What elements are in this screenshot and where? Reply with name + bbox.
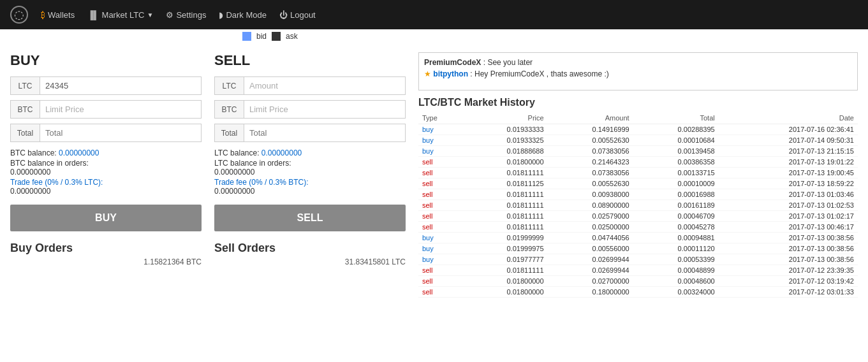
cell-date: 2017-07-13 01:02:17	[719, 211, 858, 222]
buy-ltc-group: LTC	[10, 76, 202, 95]
chat-user-2: bitpython	[433, 69, 468, 78]
nav-settings[interactable]: ⚙ Settings	[166, 10, 206, 20]
chat-line-2: ★ bitpython : Hey PremiumCodeX , thats a…	[424, 69, 852, 78]
cell-date: 2017-07-13 00:38:56	[719, 233, 858, 243]
cell-type: sell	[418, 276, 462, 287]
cell-amount: 0.02500000	[548, 222, 633, 233]
cell-type: buy	[418, 233, 462, 243]
cell-type: sell	[418, 287, 462, 298]
right-column: PremiumCodeX : See you later ★ bitpython…	[418, 52, 858, 298]
sell-ltc-prefix: LTC	[215, 77, 244, 94]
col-date: Date	[719, 112, 858, 124]
nav-logout[interactable]: ⏻ Logout	[279, 10, 316, 20]
sell-ltc-group: LTC	[214, 76, 406, 95]
cell-date: 2017-07-13 01:03:46	[719, 189, 858, 200]
buy-ltc-input[interactable]	[40, 77, 201, 94]
cell-price: 0.01933325	[462, 135, 548, 146]
table-row: buy 0.01933325 0.00552630 0.00010684 201…	[418, 135, 858, 146]
sell-orders-total: 31.83415801 LTC	[214, 257, 406, 266]
market-history-table: Type Price Amount Total Date buy 0.01933…	[418, 112, 858, 298]
cell-type: buy	[418, 135, 462, 146]
cell-price: 0.01811111	[462, 222, 548, 233]
cell-amount: 0.02700000	[548, 276, 633, 287]
cell-total: 0.00010684	[633, 135, 719, 146]
sell-section: SELL LTC BTC Total LTC balance: 0.000000…	[214, 52, 406, 298]
cell-amount: 0.02699944	[548, 254, 633, 265]
logo-icon[interactable]: ◌	[10, 6, 28, 24]
cell-price: 0.01811111	[462, 168, 548, 178]
sell-btc-input[interactable]	[244, 101, 405, 118]
cell-total: 0.00386358	[633, 157, 719, 168]
cell-amount: 0.00552630	[548, 178, 633, 189]
buy-button[interactable]: BUY	[10, 205, 202, 231]
sell-button[interactable]: SELL	[214, 205, 406, 231]
nav-darkmode[interactable]: ◗ Dark Mode	[219, 10, 267, 20]
cell-type: sell	[418, 178, 462, 189]
market-history-title: LTC/BTC Market History	[418, 97, 858, 108]
cell-amount: 0.21464323	[548, 157, 633, 168]
cell-amount: 0.00938000	[548, 189, 633, 200]
sell-ltc-balance: LTC balance: 0.00000000	[214, 148, 406, 157]
cell-amount: 0.18000000	[548, 287, 633, 298]
cell-type: sell	[418, 168, 462, 178]
cell-total: 0.00010009	[633, 178, 719, 189]
cell-price: 0.01800000	[462, 287, 548, 298]
cell-type: sell	[418, 211, 462, 222]
table-row: sell 0.01811111 0.07383056 0.00133715 20…	[418, 168, 858, 178]
main-content: BUY LTC BTC Total BTC balance: 0.0000000…	[0, 46, 868, 304]
market-history-scroll[interactable]: Type Price Amount Total Date buy 0.01933…	[418, 112, 858, 298]
buy-btc-balance: BTC balance: 0.00000000	[10, 148, 202, 157]
cell-price: 0.01800000	[462, 276, 548, 287]
cell-price: 0.01933333	[462, 124, 548, 135]
cell-type: buy	[418, 146, 462, 157]
buy-btc-prefix: BTC	[11, 101, 40, 118]
cell-type: buy	[418, 243, 462, 254]
cell-price: 0.01977777	[462, 254, 548, 265]
sell-total-input[interactable]	[244, 124, 405, 141]
buy-btc-input[interactable]	[40, 101, 201, 118]
nav-market[interactable]: ▐▌ Market LTC ▼	[87, 10, 153, 20]
cell-price: 0.01811125	[462, 178, 548, 189]
cell-total: 0.00288395	[633, 124, 719, 135]
cell-type: sell	[418, 189, 462, 200]
cell-date: 2017-07-13 01:02:53	[719, 200, 858, 211]
buy-total-input[interactable]	[40, 124, 201, 141]
cell-total: 0.00045278	[633, 222, 719, 233]
cell-amount: 0.04744056	[548, 233, 633, 243]
table-row: sell 0.01811111 0.02500000 0.00045278 20…	[418, 222, 858, 233]
chat-text-1: See you later	[487, 58, 533, 67]
table-row: sell 0.01811111 0.02699944 0.00048899 20…	[418, 265, 858, 276]
table-row: sell 0.01800000 0.18000000 0.00324000 20…	[418, 287, 858, 298]
cell-price: 0.01999999	[462, 233, 548, 243]
bid-legend-box	[242, 32, 251, 41]
cell-price: 0.01811111	[462, 265, 548, 276]
dropdown-icon: ▼	[147, 11, 154, 18]
navbar: ◌ ₿ Wallets ▐▌ Market LTC ▼ ⚙ Settings ◗…	[0, 0, 868, 29]
cell-amount: 0.07383056	[548, 146, 633, 157]
table-row: buy 0.01999975 0.00556000 0.00011120 201…	[418, 243, 858, 254]
cell-type: buy	[418, 254, 462, 265]
sell-btc-group: BTC	[214, 100, 406, 119]
cell-price: 0.01811111	[462, 200, 548, 211]
chat-line-1: PremiumCodeX : See you later	[424, 58, 852, 67]
chat-box: PremiumCodeX : See you later ★ bitpython…	[418, 52, 858, 90]
bid-legend-label: bid	[256, 32, 267, 41]
sell-ltc-input[interactable]	[244, 77, 405, 94]
col-type: Type	[418, 112, 462, 124]
cell-total: 0.00046709	[633, 211, 719, 222]
cell-type: sell	[418, 200, 462, 211]
cell-date: 2017-07-14 09:50:31	[719, 135, 858, 146]
buy-trade-fee: Trade fee (0% / 0.3% LTC): 0.00000000	[10, 178, 202, 196]
cell-amount: 0.00556000	[548, 243, 633, 254]
cell-total: 0.00016988	[633, 189, 719, 200]
buy-balance-block: BTC balance: 0.00000000 BTC balance in o…	[10, 148, 202, 196]
cell-type: buy	[418, 124, 462, 135]
ask-legend-box	[272, 32, 281, 41]
table-row: buy 0.01977777 0.02699944 0.00053399 201…	[418, 254, 858, 265]
chart-legend: bid ask	[0, 29, 868, 46]
cell-total: 0.00048600	[633, 276, 719, 287]
cell-date: 2017-07-13 18:59:22	[719, 178, 858, 189]
cell-date: 2017-07-13 21:15:15	[719, 146, 858, 157]
nav-wallets[interactable]: ₿ Wallets	[41, 10, 75, 20]
buy-orders-total: 1.15821364 BTC	[10, 257, 202, 266]
